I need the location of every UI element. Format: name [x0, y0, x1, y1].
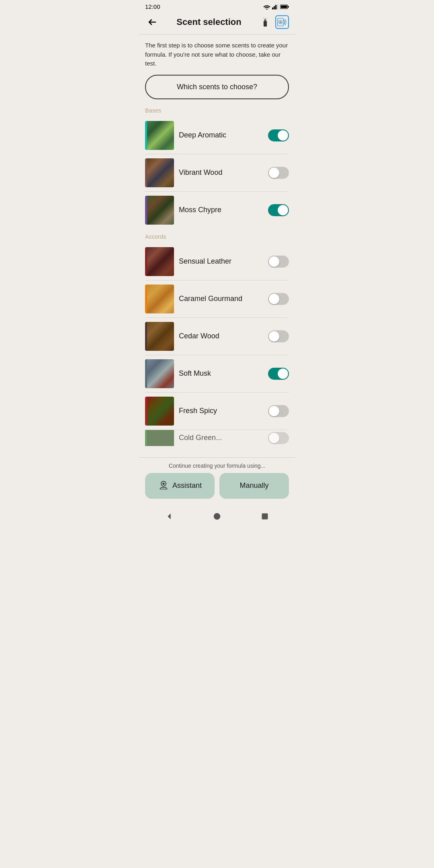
soft-musk-name: Soft Musk	[179, 369, 263, 378]
nav-back-button[interactable]	[160, 508, 178, 525]
signal-icon	[272, 4, 278, 10]
nav-home-button[interactable]	[208, 508, 226, 525]
scent-item-moss-chypre: Moss Chypre	[145, 192, 289, 229]
cedar-wood-toggle[interactable]	[268, 330, 289, 342]
speaker-icon[interactable]	[275, 15, 289, 29]
accords-label: Accords	[145, 233, 289, 240]
assistant-label: Assistant	[172, 481, 202, 490]
svg-point-14	[162, 483, 164, 485]
svg-rect-4	[277, 4, 278, 9]
sensual-leather-image	[145, 247, 174, 276]
which-scents-button[interactable]: Which scents to choose?	[145, 75, 289, 99]
scent-item-soft-musk: Soft Musk	[145, 355, 289, 393]
svg-rect-2	[274, 6, 275, 9]
deep-aromatic-name: Deep Aromatic	[179, 131, 263, 139]
scent-item-deep-aromatic: Deep Aromatic	[145, 117, 289, 154]
scroll-content: The first step is to choose some scents …	[139, 35, 295, 457]
cold-green-image	[145, 430, 174, 446]
scent-item-cedar-wood: Cedar Wood	[145, 318, 289, 355]
status-time: 12:00	[145, 3, 160, 10]
vibrant-wood-image	[145, 158, 174, 187]
manually-button[interactable]: Manually	[219, 473, 289, 499]
svg-rect-6	[288, 6, 289, 8]
soft-musk-image	[145, 359, 174, 388]
caramel-gourmand-toggle[interactable]	[268, 293, 289, 305]
page-title: Scent selection	[160, 17, 258, 27]
bottom-bar: Continue creating your formula using... …	[139, 457, 295, 531]
scent-item-vibrant-wood: Vibrant Wood	[145, 154, 289, 192]
moss-chypre-image	[145, 196, 174, 225]
deep-aromatic-toggle[interactable]	[268, 129, 289, 141]
bases-label: Bases	[145, 107, 289, 114]
action-buttons: Assistant Manually	[145, 473, 289, 499]
svg-rect-3	[275, 5, 276, 9]
svg-marker-15	[168, 513, 170, 519]
bases-section: Bases Deep Aromatic Vibrant Wood	[145, 107, 289, 229]
caramel-gourmand-image	[145, 285, 174, 313]
cedar-wood-name: Cedar Wood	[179, 332, 263, 340]
vibrant-wood-toggle[interactable]	[268, 167, 289, 179]
svg-rect-9	[264, 20, 266, 22]
deep-aromatic-image	[145, 121, 174, 150]
accords-section: Accords Sensual Leather Caramel Gourmand	[145, 233, 289, 446]
assistant-icon	[158, 480, 169, 491]
status-icons	[263, 4, 289, 10]
scent-item-sensual-leather: Sensual Leather	[145, 243, 289, 280]
scent-item-caramel-gourmand: Caramel Gourmand	[145, 280, 289, 318]
moss-chypre-name: Moss Chypre	[179, 206, 263, 214]
fresh-spicy-name: Fresh Spicy	[179, 407, 263, 415]
sensual-leather-name: Sensual Leather	[179, 257, 263, 266]
moss-chypre-toggle[interactable]	[268, 204, 289, 216]
svg-point-12	[280, 21, 281, 23]
svg-rect-1	[272, 7, 273, 9]
svg-point-16	[214, 513, 221, 520]
description-text: The first step is to choose some scents …	[145, 41, 289, 68]
status-bar: 12:00	[139, 0, 295, 12]
assistant-button[interactable]: Assistant	[145, 473, 215, 499]
back-button[interactable]	[145, 15, 160, 29]
header: Scent selection	[139, 12, 295, 34]
caramel-gourmand-name: Caramel Gourmand	[179, 295, 263, 303]
diffuser-icon[interactable]	[258, 15, 272, 29]
fresh-spicy-toggle[interactable]	[268, 405, 289, 417]
vibrant-wood-name: Vibrant Wood	[179, 168, 263, 177]
nav-bar	[145, 504, 289, 531]
svg-point-0	[266, 8, 268, 10]
scent-item-fresh-spicy: Fresh Spicy	[145, 393, 289, 430]
continue-text: Continue creating your formula using...	[145, 463, 289, 469]
svg-rect-17	[262, 513, 268, 519]
sensual-leather-toggle[interactable]	[268, 256, 289, 268]
battery-icon	[280, 4, 289, 9]
nav-recent-button[interactable]	[256, 508, 274, 525]
svg-rect-8	[264, 21, 267, 27]
fresh-spicy-image	[145, 397, 174, 426]
cedar-wood-image	[145, 322, 174, 351]
wifi-icon	[263, 4, 270, 10]
manually-label: Manually	[240, 481, 268, 490]
scent-item-cold-green: Cold Green...	[145, 430, 289, 446]
header-device-icons	[258, 15, 289, 29]
soft-musk-toggle[interactable]	[268, 368, 289, 380]
cold-green-toggle[interactable]	[268, 432, 289, 444]
svg-rect-7	[281, 5, 287, 8]
cold-green-name: Cold Green...	[179, 434, 263, 442]
